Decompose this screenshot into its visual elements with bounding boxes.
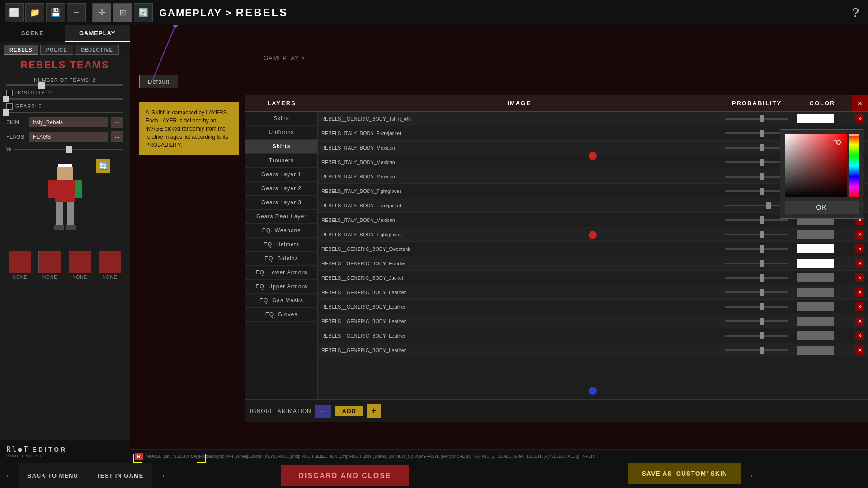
toolbar-back-btn[interactable]: ← xyxy=(67,3,86,22)
del-row-btn[interactable]: ✕ xyxy=(855,288,864,297)
row-prob-cell[interactable] xyxy=(721,118,793,120)
test-in-game-btn[interactable]: TEST IN GAME xyxy=(87,463,152,488)
character-refresh-icon[interactable]: 🔄 xyxy=(96,159,110,173)
row-color-cell[interactable] xyxy=(793,302,852,311)
row-image-cell: REBELS__GENERIC_BODY_Leather xyxy=(318,304,721,310)
layer-name-item[interactable]: Gears Layer 1 xyxy=(245,168,317,182)
layer-name-item[interactable]: EQ. Gloves xyxy=(245,308,317,322)
swatch-1[interactable] xyxy=(9,251,31,273)
layer-names-list: SkinsUniformsShirtsTrousersGears Layer 1… xyxy=(245,112,318,399)
row-prob-cell[interactable] xyxy=(721,335,793,337)
layer-name-item[interactable]: Trousers xyxy=(245,154,317,168)
row-prob-cell[interactable] xyxy=(721,320,793,322)
row-color-cell[interactable] xyxy=(793,331,852,340)
flags-dots-btn[interactable]: ··· xyxy=(111,131,123,142)
toolbar-save-btn[interactable]: 💾 xyxy=(46,3,65,22)
row-color-cell[interactable] xyxy=(793,244,852,253)
toolbar-grid-btn[interactable]: ⊞ xyxy=(113,3,132,22)
subtab-rebels[interactable]: REBELS xyxy=(4,45,38,55)
corner-br xyxy=(197,454,206,463)
percent-slider[interactable] xyxy=(14,149,123,150)
row-prob-cell[interactable] xyxy=(721,349,793,351)
tab-scene[interactable]: SCENE xyxy=(0,25,65,42)
del-row-btn[interactable]: ✕ xyxy=(855,230,864,239)
toolbar-folder-btn[interactable]: 📁 xyxy=(25,3,44,22)
toolbar-refresh-btn[interactable]: 🔄 xyxy=(134,3,153,22)
layer-name-item[interactable]: Gears Rear Layer xyxy=(245,210,317,224)
layer-name-item[interactable]: EQ. Weapons xyxy=(245,224,317,238)
plus-btn[interactable]: + xyxy=(367,404,381,418)
save-btn[interactable]: SAVE AS 'CUSTOM' SKIN xyxy=(628,463,741,484)
row-prob-cell[interactable] xyxy=(721,219,793,221)
bottom-bar: ← BACK TO MENU TEST IN GAME → DISCARD AN… xyxy=(0,463,868,488)
row-prob-cell[interactable] xyxy=(721,248,793,250)
row-color-cell[interactable] xyxy=(793,114,852,123)
help-icon[interactable]: ? xyxy=(852,5,859,20)
swatch-2[interactable] xyxy=(38,251,61,273)
del-row-btn[interactable]: ✕ xyxy=(855,331,864,340)
row-color-cell[interactable] xyxy=(793,259,852,268)
subtab-objective[interactable]: OBJECTIVE xyxy=(75,45,119,55)
layer-name-item[interactable]: EQ. Helmets xyxy=(245,238,317,252)
row-color-cell[interactable] xyxy=(793,346,852,355)
percent-row: % xyxy=(6,146,123,152)
row-color-cell[interactable] xyxy=(793,273,852,282)
row-prob-cell[interactable] xyxy=(721,263,793,264)
tab-gameplay[interactable]: GAMEPLAY xyxy=(65,25,130,42)
table-row: REBELS__GENERIC_BODY_Jacket✕ xyxy=(318,271,868,285)
discard-area: DISCARD AND CLOSE xyxy=(170,465,519,486)
del-row-btn[interactable]: ✕ xyxy=(855,346,864,355)
layer-name-item[interactable]: Gears Layer 2 xyxy=(245,182,317,196)
gears-slider[interactable] xyxy=(6,112,123,113)
del-row-btn[interactable]: ✕ xyxy=(855,244,864,253)
svg-rect-4 xyxy=(75,180,82,198)
layers-panel: LAYERS IMAGE PROBABILITY COLOR ✕ SkinsUn… xyxy=(245,95,868,422)
row-color-cell[interactable] xyxy=(793,317,852,326)
col-del-header[interactable]: ✕ xyxy=(852,95,868,111)
row-prob-cell[interactable] xyxy=(721,234,793,235)
row-prob-cell[interactable] xyxy=(721,306,793,308)
row-prob-cell[interactable] xyxy=(721,277,793,279)
subtab-police[interactable]: POLICE xyxy=(40,45,73,55)
toolbar-breadcrumb-prefix: GAMEPLAY > xyxy=(159,7,232,19)
layer-name-item[interactable]: EQ. Lower Armors xyxy=(245,266,317,280)
row-color-cell[interactable] xyxy=(793,230,852,239)
toolbar-square-btn[interactable]: ⬜ xyxy=(5,3,24,22)
layer-name-item[interactable]: Uniforms xyxy=(245,126,317,140)
discard-btn[interactable]: DISCARD AND CLOSE xyxy=(281,465,410,486)
row-prob-cell[interactable] xyxy=(721,291,793,293)
toolbar-move-btn[interactable]: ✛ xyxy=(92,3,111,22)
default-tab[interactable]: Default xyxy=(139,75,178,88)
del-row-btn[interactable]: ✕ xyxy=(855,302,864,311)
row-image-cell: REBELS_ITALY_BODY_Mexican xyxy=(318,145,721,150)
layer-name-item[interactable]: EQ. Gas Masks xyxy=(245,294,317,308)
del-row-btn[interactable]: ✕ xyxy=(855,317,864,326)
bottom-next-arrow[interactable]: → xyxy=(152,463,170,488)
layers-footer: IGNORE_ANIMATION ··· ADD + xyxy=(245,399,868,422)
swatch-3[interactable] xyxy=(69,251,91,273)
layer-name-item[interactable]: Gears Layer 3 xyxy=(245,196,317,210)
bottom-right-arrow[interactable]: → xyxy=(741,463,759,488)
layer-name-item[interactable]: EQ. Shields xyxy=(245,252,317,266)
row-color-cell[interactable] xyxy=(793,288,852,297)
skin-dots-btn[interactable]: ··· xyxy=(111,117,123,128)
add-btn[interactable]: ADD xyxy=(335,406,363,416)
bottom-prev-arrow[interactable]: ← xyxy=(0,463,18,488)
del-row-btn[interactable]: ✕ xyxy=(855,114,864,123)
layer-name-item[interactable]: EQ. Upper Armors xyxy=(245,280,317,294)
hostility-checkbox[interactable] xyxy=(6,90,13,96)
color-picker-ok-btn[interactable]: OK xyxy=(785,201,859,214)
swatch-4[interactable] xyxy=(99,251,121,273)
red-dot-2 xyxy=(589,231,597,239)
gears-checkbox[interactable] xyxy=(6,103,13,110)
back-to-menu-btn[interactable]: BACK TO MENU xyxy=(18,463,87,488)
hostility-slider[interactable] xyxy=(6,98,123,100)
del-row-btn[interactable]: ✕ xyxy=(855,259,864,268)
hue-slider[interactable] xyxy=(849,134,859,197)
num-teams-slider[interactable] xyxy=(6,84,123,86)
color-gradient[interactable]: + xyxy=(785,134,847,197)
layer-name-item[interactable]: Skins xyxy=(245,112,317,126)
del-row-btn[interactable]: ✕ xyxy=(855,273,864,282)
layer-name-item[interactable]: Shirts xyxy=(245,140,317,154)
footer-dots-btn[interactable]: ··· xyxy=(315,405,331,418)
